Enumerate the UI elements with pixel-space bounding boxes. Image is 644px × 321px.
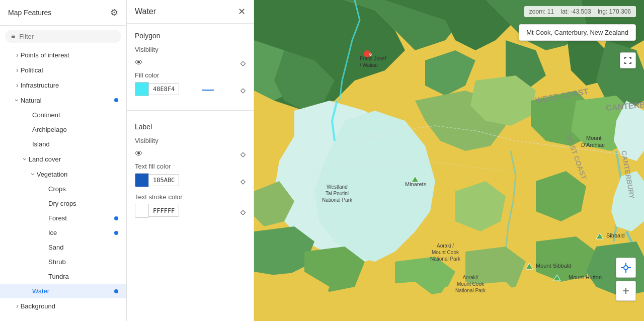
chevron-icon: › xyxy=(16,66,19,74)
text-fill-color-row: 185ABC xyxy=(135,173,179,187)
text-stroke-color-label: Text stroke color xyxy=(135,193,246,201)
svg-text:National Park: National Park xyxy=(430,256,461,262)
sidebar-item-natural[interactable]: ›Natural xyxy=(0,93,126,108)
svg-text:Sibbald: Sibbald xyxy=(606,232,625,238)
text-fill-color-label: Text fill color xyxy=(135,163,246,170)
sidebar-item-label: Ice xyxy=(48,229,57,236)
location-tooltip-text: Mt Cook, Canterbury, New Zealand xyxy=(526,29,628,36)
text-fill-color-swatch[interactable] xyxy=(135,173,149,187)
svg-point-28 xyxy=(624,266,628,270)
zoom-label: zoom: xyxy=(529,8,546,15)
fill-line-indicator xyxy=(202,88,214,93)
sidebar-item-label: Island xyxy=(32,140,50,148)
modified-indicator xyxy=(114,231,118,235)
sidebar-item-label: Land cover xyxy=(29,155,61,163)
text-stroke-diamond[interactable]: ◇ xyxy=(240,208,246,216)
sidebar-item-label: Vegetation xyxy=(37,171,67,178)
sidebar-item-sand[interactable]: Sand xyxy=(0,240,126,255)
chevron-icon: › xyxy=(16,51,19,59)
sidebar-item-label: Natural xyxy=(21,97,42,104)
sidebar-item-forest[interactable]: Forest xyxy=(0,211,126,225)
sidebar-item-dry-crops[interactable]: Dry crops xyxy=(0,196,126,211)
visibility-label: Visibility xyxy=(135,46,246,53)
chevron-icon: › xyxy=(29,173,37,176)
sidebar-item-label: Archipelago xyxy=(32,126,67,133)
fill-color-row: 48E8F4 xyxy=(135,82,179,96)
sidebar-item-label: Water xyxy=(32,287,49,295)
close-button[interactable]: ✕ xyxy=(238,7,246,16)
svg-text:Aoraki/: Aoraki/ xyxy=(462,275,478,280)
locate-button[interactable] xyxy=(616,258,636,278)
sidebar-item-water[interactable]: Water xyxy=(0,284,126,298)
svg-text:Mount Hutton: Mount Hutton xyxy=(569,274,602,280)
lng-label: lng: xyxy=(598,8,607,15)
svg-text:Mount Cook: Mount Cook xyxy=(432,250,459,255)
map-svg: WEST COAST WEST COAST CANTERBURY CANTERB… xyxy=(254,0,644,321)
polygon-section: Polygon Visibility 👁 ◇ Fill color 48E8F4… xyxy=(127,24,254,106)
svg-text:Aoraki /: Aoraki / xyxy=(437,243,454,249)
sidebar-item-continent[interactable]: Continent xyxy=(0,108,126,122)
sidebar-item-island[interactable]: Island xyxy=(0,137,126,151)
filter-input-container: ≡ xyxy=(5,30,121,43)
fullscreen-icon xyxy=(624,56,632,64)
fill-color-hex[interactable]: 48E8F4 xyxy=(149,83,179,95)
text-stroke-color-swatch[interactable] xyxy=(135,204,149,218)
gear-icon[interactable]: ⚙ xyxy=(110,7,118,18)
chevron-icon: › xyxy=(13,99,21,102)
svg-text:Franz Josef: Franz Josef xyxy=(360,56,386,61)
locate-icon xyxy=(621,263,631,273)
zoom-plus-icon: + xyxy=(622,285,629,297)
chevron-icon: › xyxy=(16,81,19,89)
svg-text:National Park: National Park xyxy=(322,197,353,203)
sidebar: Map Features ⚙ ≡ ›Points of interest›Pol… xyxy=(0,0,127,321)
modified-indicator xyxy=(114,98,118,102)
sidebar-item-political[interactable]: ›Political xyxy=(0,62,126,77)
panel-title: Water xyxy=(135,7,156,16)
text-stroke-color-hex[interactable]: FFFFFF xyxy=(149,205,179,217)
sidebar-item-label: Shrub xyxy=(48,258,66,266)
sidebar-item-land-cover[interactable]: ›Land cover xyxy=(0,151,126,167)
svg-text:6: 6 xyxy=(369,52,372,57)
svg-text:Mount: Mount xyxy=(586,135,602,141)
text-fill-diamond[interactable]: ◇ xyxy=(240,178,246,185)
filter-input[interactable] xyxy=(19,33,115,40)
sidebar-item-label: Tundra xyxy=(48,273,69,280)
diamond-icon[interactable]: ◇ xyxy=(240,59,246,67)
sidebar-item-ice[interactable]: Ice xyxy=(0,225,126,240)
sidebar-item-background[interactable]: ›Background xyxy=(0,298,126,313)
lat-value: -43.503 xyxy=(571,8,591,15)
lat-label: lat: xyxy=(561,8,569,15)
sidebar-item-label: Continent xyxy=(32,111,60,119)
text-stroke-color-row: FFFFFF xyxy=(135,204,179,218)
svg-text:Westland: Westland xyxy=(327,184,348,190)
fill-color-swatch[interactable] xyxy=(135,82,149,96)
label-visibility-row: 👁 ◇ xyxy=(135,147,246,163)
svg-text:D'Archiac: D'Archiac xyxy=(581,142,605,148)
fullscreen-button[interactable] xyxy=(620,52,636,68)
text-fill-color-hex[interactable]: 185ABC xyxy=(149,174,179,186)
sidebar-item-shrub[interactable]: Shrub xyxy=(0,255,126,269)
sidebar-item-label: Background xyxy=(21,302,55,310)
map-header-bar: zoom: 11 lat: -43.503 lng: 170.306 xyxy=(254,0,644,23)
sidebar-item-label: Forest xyxy=(48,214,67,222)
label-visibility-diamond[interactable]: ◇ xyxy=(240,150,246,158)
sidebar-nav-list: ›Points of interest›Political›Infrastruc… xyxy=(0,47,126,321)
chevron-icon: › xyxy=(21,158,29,160)
sidebar-item-crops[interactable]: Crops xyxy=(0,182,126,196)
label-eye-icon[interactable]: 👁 xyxy=(135,149,143,158)
sidebar-item-points-of-interest[interactable]: ›Points of interest xyxy=(0,47,126,62)
fill-color-label: Fill color xyxy=(135,71,246,79)
sidebar-item-tundra[interactable]: Tundra xyxy=(0,269,126,284)
sidebar-item-archipelago[interactable]: Archipelago xyxy=(0,122,126,137)
eye-icon[interactable]: 👁 xyxy=(135,58,143,67)
map-coordinates: zoom: 11 lat: -43.503 lng: 170.306 xyxy=(524,6,636,17)
sidebar-item-infrastructure[interactable]: ›Infrastructure xyxy=(0,77,126,93)
feature-panel: Water ✕ Polygon Visibility 👁 ◇ Fill colo… xyxy=(127,0,254,321)
label-visibility-label: Visibility xyxy=(135,137,246,144)
sidebar-item-vegetation[interactable]: ›Vegetation xyxy=(0,167,126,182)
zoom-in-button[interactable]: + xyxy=(616,281,636,301)
location-tooltip: Mt Cook, Canterbury, New Zealand xyxy=(519,24,636,41)
svg-text:Mount Sibbald: Mount Sibbald xyxy=(536,263,571,269)
fill-color-diamond[interactable]: ◇ xyxy=(240,87,246,94)
map-area: WEST COAST WEST COAST CANTERBURY CANTERB… xyxy=(254,0,644,321)
